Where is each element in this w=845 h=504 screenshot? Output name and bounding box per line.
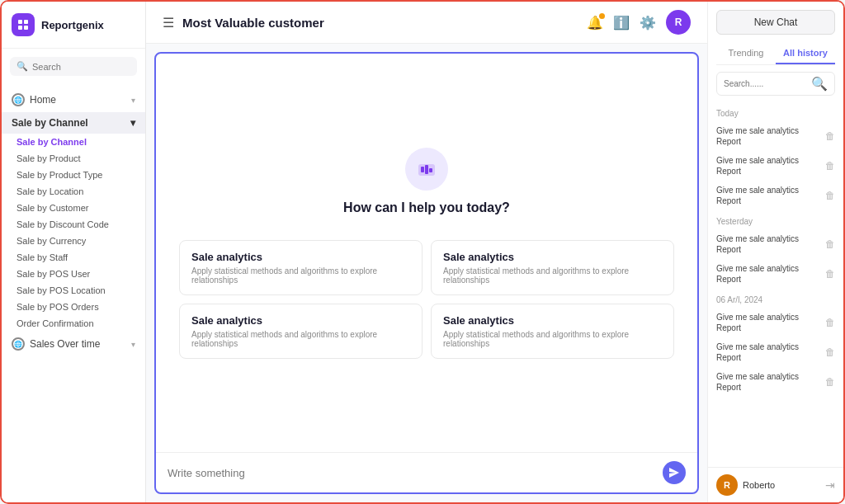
home-chevron-icon: ▾ [131, 96, 135, 105]
chat-input-bar [156, 452, 697, 492]
svg-rect-1 [24, 20, 28, 24]
right-panel: New Chat Trending All history 🔍 Today Gi… [707, 2, 843, 502]
chat-area: How can I help you today? Sale analytics… [154, 52, 699, 494]
new-chat-button[interactable]: New Chat [716, 10, 835, 35]
delete-icon[interactable]: 🗑 [825, 317, 835, 328]
history-item[interactable]: Give me sale analytics Report 🗑 [708, 259, 843, 289]
send-button[interactable] [663, 461, 686, 484]
suggestion-grid: Sale analytics Apply statistical methods… [179, 240, 674, 359]
sidebar-item-home[interactable]: 🌐 Home ▾ [2, 87, 145, 112]
history-item[interactable]: Give me sale analytics Report 🗑 [708, 181, 843, 210]
suggestion-desc-2: Apply statistical methods and algorithms… [443, 266, 662, 285]
globe-icon: 🌐 [12, 93, 25, 106]
history-item[interactable]: Give me sale analytics Report 🗑 [708, 151, 843, 181]
suggestion-desc-1: Apply statistical methods and algorithms… [191, 266, 410, 285]
history-item[interactable]: Give me sale analytics Report 🗑 [708, 308, 843, 337]
suggestion-title-4: Sale analytics [443, 314, 662, 327]
user-avatar[interactable]: R [666, 10, 691, 35]
info-icon[interactable]: ℹ️ [613, 15, 630, 31]
history-item[interactable]: Give me sale analytics Report 🗑 [708, 121, 843, 151]
sidebar-search-area: 🔍 [2, 49, 145, 84]
submenu-item-sale-staff[interactable]: Sale by Staff [2, 249, 145, 266]
tab-all-history[interactable]: All history [776, 43, 835, 64]
svg-rect-2 [18, 26, 22, 30]
footer-avatar: R [716, 474, 738, 496]
search-input[interactable] [32, 62, 130, 72]
right-panel-footer: R Roberto ⇥ [708, 467, 843, 502]
tab-trending[interactable]: Trending [716, 43, 776, 64]
delete-icon[interactable]: 🗑 [825, 160, 835, 172]
suggestion-desc-4: Apply statistical methods and algorithms… [443, 330, 662, 348]
search-box[interactable]: 🔍 [10, 57, 137, 76]
delete-icon[interactable]: 🗑 [825, 238, 835, 250]
history-item[interactable]: Give me sale analytics Report 🗑 [708, 337, 843, 367]
suggestion-card-2[interactable]: Sale analytics Apply statistical methods… [431, 240, 674, 295]
topbar-right: 🔔 ℹ️ ⚙️ R [587, 10, 691, 35]
notification-dot [599, 13, 605, 19]
submenu-header-label: Sale by Channel [2, 134, 145, 150]
chat-input[interactable] [168, 467, 663, 479]
delete-icon[interactable]: 🗑 [825, 190, 835, 201]
menu-icon[interactable]: ☰ [163, 15, 174, 31]
submenu-item-sale-discount[interactable]: Sale by Discount Code [2, 216, 145, 233]
svg-rect-3 [24, 26, 28, 30]
history-list: Today Give me sale analytics Report 🗑 Gi… [708, 102, 843, 467]
page-title: Most Valuable customer [182, 16, 324, 30]
sale-by-channel-chevron-icon: ▾ [130, 117, 135, 129]
svg-rect-0 [18, 20, 22, 24]
section-label-yesterday: Yesterday [708, 214, 843, 229]
suggestion-card-4[interactable]: Sale analytics Apply statistical methods… [431, 304, 674, 359]
submenu-item-sale-pos-user[interactable]: Sale by POS User [2, 266, 145, 282]
delete-icon[interactable]: 🗑 [825, 130, 835, 142]
history-tabs: Trending All history [716, 43, 835, 65]
logout-icon[interactable]: ⇥ [825, 478, 835, 492]
settings-icon[interactable]: ⚙️ [640, 15, 656, 31]
main-content: ☰ Most Valuable customer 🔔 ℹ️ ⚙️ R [146, 2, 707, 502]
submenu-item-sale-location[interactable]: Sale by Location [2, 183, 145, 200]
svg-rect-7 [429, 168, 432, 172]
chat-main: How can I help you today? Sale analytics… [156, 54, 697, 452]
history-search-input[interactable] [724, 79, 808, 88]
history-item[interactable]: Give me sale analytics Report 🗑 [708, 367, 843, 397]
logo-text: Reportgenix [41, 19, 104, 31]
sales-overtime-chevron-icon: ▾ [131, 340, 135, 349]
footer-username: Roberto [743, 480, 775, 490]
submenu-item-sale-pos-orders[interactable]: Sale by POS Orders [2, 299, 145, 315]
sales-over-time-label: Sales Over time [30, 338, 100, 350]
submenu-item-sale-customer[interactable]: Sale by Customer [2, 200, 145, 216]
submenu-item-order-confirmation[interactable]: Order Confirmation [2, 315, 145, 332]
footer-user: R Roberto [716, 474, 775, 496]
suggestion-card-3[interactable]: Sale analytics Apply statistical methods… [179, 304, 422, 359]
delete-icon[interactable]: 🗑 [825, 268, 835, 280]
sale-by-channel-submenu: Sale by Channel Sale by Product Sale by … [2, 134, 145, 332]
sidebar-nav-section: 🌐 Home ▾ Sale by Channel ▾ Sale by Chann… [2, 84, 145, 360]
sidebar-item-sales-over-time[interactable]: 🌐 Sales Over time ▾ [2, 332, 145, 356]
history-item[interactable]: Give me sale analytics Report 🗑 [708, 229, 843, 259]
sale-by-channel-label: Sale by Channel [12, 117, 88, 129]
submenu-item-sale-product-type[interactable]: Sale by Product Type [2, 167, 145, 183]
sidebar: Reportgenix 🔍 🌐 Home ▾ Sale by Channel ▾ [2, 2, 146, 502]
delete-icon[interactable]: 🗑 [825, 376, 835, 388]
topbar: ☰ Most Valuable customer 🔔 ℹ️ ⚙️ R [146, 2, 707, 44]
svg-rect-6 [425, 165, 428, 174]
sidebar-home-label: Home [30, 94, 56, 106]
suggestion-title-3: Sale analytics [191, 314, 410, 327]
submenu-item-sale-currency[interactable]: Sale by Currency [2, 233, 145, 249]
submenu-item-sale-product[interactable]: Sale by Product [2, 150, 145, 167]
sidebar-item-sale-by-channel[interactable]: Sale by Channel ▾ [2, 112, 145, 134]
history-search[interactable]: 🔍 [716, 72, 835, 96]
sales-globe-icon: 🌐 [12, 337, 25, 351]
svg-rect-5 [421, 167, 424, 172]
section-label-today: Today [708, 106, 843, 121]
topbar-left: ☰ Most Valuable customer [163, 15, 324, 31]
search-icon: 🔍 [17, 61, 28, 72]
suggestion-card-1[interactable]: Sale analytics Apply statistical methods… [179, 240, 422, 295]
suggestion-desc-3: Apply statistical methods and algorithms… [191, 330, 410, 348]
delete-icon[interactable]: 🗑 [825, 346, 835, 358]
history-search-icon: 🔍 [811, 76, 828, 92]
submenu-item-sale-pos-location[interactable]: Sale by POS Location [2, 282, 145, 299]
logo-area: Reportgenix [2, 2, 145, 49]
suggestion-title-1: Sale analytics [191, 251, 410, 263]
section-label-date: 06 Ar/l, 2024 [708, 292, 843, 308]
notification-icon[interactable]: 🔔 [587, 15, 603, 31]
